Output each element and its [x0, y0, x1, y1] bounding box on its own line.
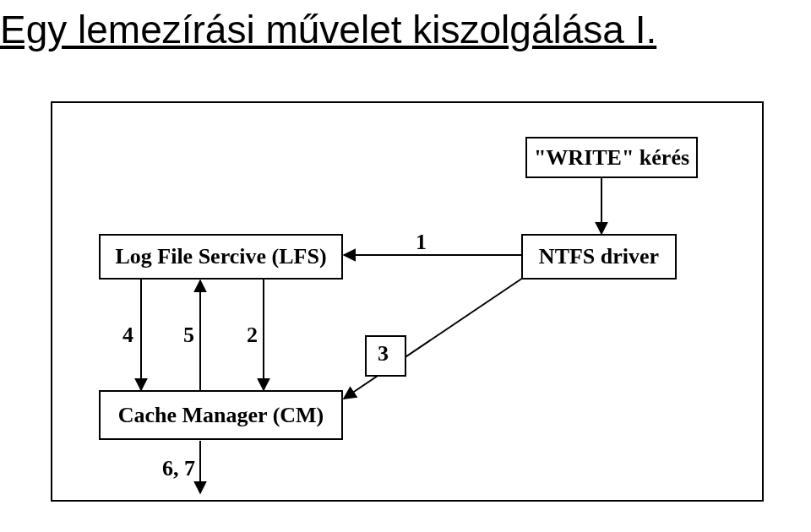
write-request-box: "WRITE" kérés — [525, 137, 698, 178]
label-4: 4 — [122, 323, 133, 348]
ntfs-driver-box: NTFS driver — [521, 234, 677, 280]
label-1: 1 — [416, 230, 427, 255]
label-5: 5 — [183, 323, 194, 348]
lfs-box: Log File Sercive (LFS) — [99, 234, 343, 280]
label-2: 2 — [247, 323, 258, 348]
diagram-frame: "WRITE" kérés Log File Sercive (LFS) NTF… — [51, 101, 764, 502]
label-6-7: 6, 7 — [162, 456, 195, 481]
page-title: Egy lemezírási művelet kiszolgálása I. — [0, 7, 656, 52]
cache-manager-box: Cache Manager (CM) — [99, 390, 343, 440]
label-3: 3 — [378, 341, 389, 366]
